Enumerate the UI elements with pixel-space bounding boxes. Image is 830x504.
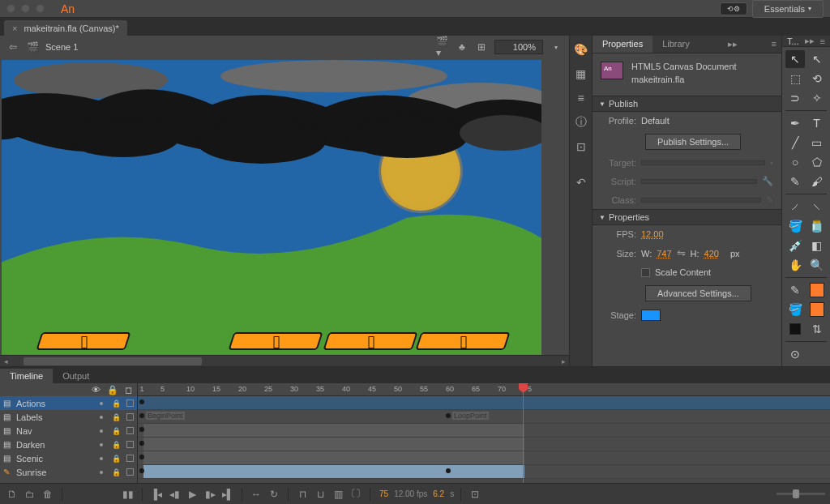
onion-markers-icon[interactable]: 〔〕	[349, 487, 363, 502]
keyframe-icon[interactable]	[139, 455, 144, 459]
scale-content-checkbox[interactable]	[641, 268, 650, 277]
stage-canvas[interactable]	[2, 60, 541, 355]
workspace-switcher[interactable]: Essentials ▾	[752, 0, 824, 18]
layer-row[interactable]: ▤Darken🔒	[0, 438, 137, 451]
keyframe-icon[interactable]	[446, 413, 451, 418]
layer-row[interactable]: ▤Scenic🔒	[0, 451, 137, 465]
tween-span[interactable]	[143, 465, 524, 478]
visibility-dot-icon[interactable]	[100, 402, 103, 405]
eyedropper-tool-icon[interactable]: 💉	[785, 237, 805, 254]
new-layer-icon[interactable]: 🗋	[5, 487, 19, 502]
scroll-to-playhead-icon[interactable]: ⊡	[468, 487, 482, 502]
hand-tool-icon[interactable]: ✋	[785, 256, 805, 274]
keyframe-icon[interactable]	[446, 468, 451, 473]
onion-skin-icon[interactable]: ⊓	[295, 487, 310, 502]
transform-panel-icon[interactable]: ⊡	[574, 139, 588, 154]
edit-scene-icon[interactable]: 🎬▾	[436, 41, 449, 53]
outline-swatch[interactable]	[126, 468, 134, 476]
stage-viewport[interactable]	[0, 58, 569, 355]
current-frame[interactable]: 75	[379, 489, 388, 498]
layer-row[interactable]: ✎Sunrise🔒	[0, 465, 137, 479]
first-frame-icon[interactable]: ▐◂	[149, 487, 164, 502]
magic-wand-tool-icon[interactable]: ✧	[807, 89, 827, 107]
lock-icon[interactable]: 🔒	[112, 413, 121, 421]
section-properties[interactable]: ▼Properties	[593, 209, 781, 225]
stroke-color-icon[interactable]: ✎	[785, 281, 805, 299]
bind-tool-icon[interactable]: ⟍	[807, 198, 827, 216]
horizontal-scrollbar[interactable]: ◂ ▸	[0, 355, 569, 366]
sync-settings-icon[interactable]: ⟲⚙	[720, 2, 747, 15]
outline-swatch[interactable]	[126, 399, 134, 407]
frames-column[interactable]: 151015202530354045505560657075 BeginPoin…	[138, 383, 830, 483]
subselection-tool-icon[interactable]: ↖	[807, 50, 827, 68]
frame-row[interactable]	[138, 438, 830, 451]
lock-icon[interactable]: 🔒	[112, 399, 121, 408]
swatches-panel-icon[interactable]: ▦	[574, 66, 588, 81]
bone-tool-icon[interactable]: ⟋	[785, 198, 805, 216]
outline-header-icon[interactable]: ◻	[125, 385, 132, 395]
playhead[interactable]	[523, 383, 524, 483]
eraser-tool-icon[interactable]: ◧	[807, 237, 827, 254]
frame-span[interactable]	[143, 438, 524, 451]
visibility-dot-icon[interactable]	[100, 443, 103, 446]
layer-row[interactable]: ▤Actions🔒	[0, 396, 137, 410]
fill-color-icon[interactable]: 🪣	[785, 301, 805, 318]
outline-swatch[interactable]	[126, 413, 134, 421]
pencil-tool-icon[interactable]: ✎	[785, 173, 805, 190]
keyframe-icon[interactable]	[139, 399, 144, 404]
document-tab[interactable]: × makeitrain.fla (Canvas)*	[4, 20, 127, 36]
prev-frame-icon[interactable]: ◂▮	[167, 487, 182, 502]
loop-icon[interactable]: ↻	[267, 487, 281, 502]
maximize-window-icon[interactable]	[36, 4, 45, 13]
swap-colors-icon[interactable]: ⇅	[807, 320, 827, 338]
keyframe-icon[interactable]	[139, 468, 144, 473]
tab-timeline[interactable]: Timeline	[0, 369, 53, 383]
frame-row[interactable]	[138, 465, 830, 479]
frame-span[interactable]	[143, 424, 524, 437]
timeline-zoom-slider[interactable]	[777, 493, 825, 495]
lock-header-icon[interactable]: 🔒	[107, 385, 118, 395]
layer-row[interactable]: ▤Labels🔒	[0, 410, 137, 424]
frame-ruler[interactable]: 151015202530354045505560657075	[138, 383, 830, 396]
scroll-right-icon[interactable]: ▸	[558, 356, 569, 367]
stroke-swatch[interactable]	[807, 281, 827, 299]
height-value[interactable]: 420	[704, 249, 719, 258]
visibility-dot-icon[interactable]	[100, 416, 103, 419]
next-frame-icon[interactable]: ▮▸	[203, 487, 217, 502]
collapse-panel-icon[interactable]: ▸▸	[805, 36, 815, 46]
keyframe-icon[interactable]	[139, 427, 144, 432]
zoom-tool-icon[interactable]: 🔍	[807, 256, 827, 274]
link-dimensions-icon[interactable]: ⇋	[677, 247, 686, 259]
frame-row[interactable]	[138, 451, 830, 465]
lock-icon[interactable]: 🔒	[112, 441, 121, 449]
keyframe-icon[interactable]	[139, 441, 144, 446]
collapse-panel-icon[interactable]: ▸▸	[723, 36, 742, 53]
outline-swatch[interactable]	[126, 427, 134, 434]
lock-icon[interactable]: 🔒	[112, 455, 121, 463]
lasso-tool-icon[interactable]: ⊃	[785, 89, 805, 107]
scroll-thumb[interactable]	[24, 357, 202, 365]
minimize-window-icon[interactable]	[21, 4, 30, 13]
outline-swatch[interactable]	[126, 441, 134, 448]
panel-menu-icon[interactable]: ≡	[767, 36, 781, 53]
ink-bottle-tool-icon[interactable]: 🫙	[807, 217, 827, 235]
frame-row[interactable]	[138, 424, 830, 438]
scroll-left-icon[interactable]: ◂	[0, 356, 11, 367]
delete-layer-icon[interactable]: 🗑	[41, 487, 55, 502]
visibility-header-icon[interactable]: 👁	[92, 385, 101, 395]
option-tool-icon[interactable]	[807, 345, 827, 363]
lock-icon[interactable]: 🔒	[112, 427, 121, 435]
fit-stage-icon[interactable]: ⊞	[475, 41, 488, 53]
tab-properties[interactable]: Properties	[593, 36, 652, 53]
layer-row[interactable]: ▤Nav🔒	[0, 424, 137, 438]
polystar-tool-icon[interactable]: ⬠	[807, 153, 827, 171]
play-icon[interactable]: ▶	[185, 487, 199, 502]
frame-row[interactable]: BeginPointLoopPoint	[138, 410, 830, 424]
width-value[interactable]: 747	[657, 249, 671, 258]
stage-color-swatch[interactable]	[641, 310, 661, 321]
tab-library[interactable]: Library	[652, 36, 700, 53]
history-panel-icon[interactable]: ↶	[574, 175, 588, 190]
free-transform-tool-icon[interactable]: ⬚	[785, 70, 805, 88]
zoom-input[interactable]: 100%	[494, 40, 543, 54]
text-tool-icon[interactable]: T	[807, 114, 827, 132]
